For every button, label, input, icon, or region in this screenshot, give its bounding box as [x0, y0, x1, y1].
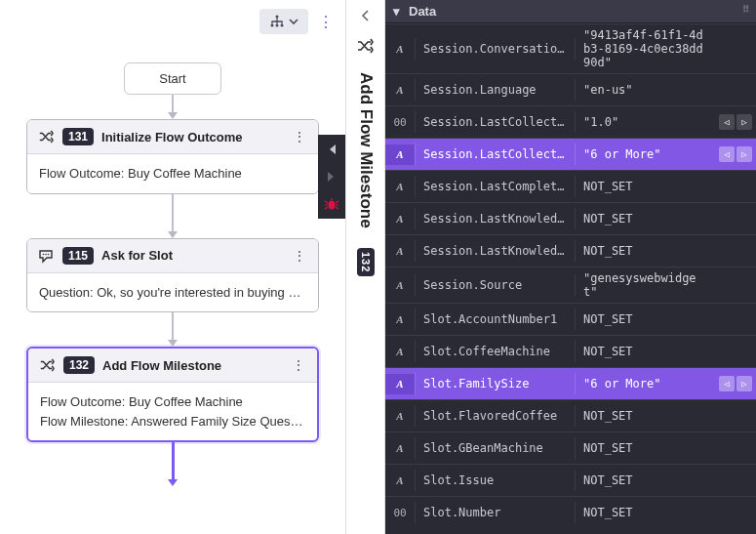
- view-mode-button[interactable]: [259, 9, 308, 34]
- chat-icon: [37, 247, 55, 265]
- type-icon: A: [385, 144, 415, 165]
- type-icon: A: [385, 39, 415, 60]
- type-icon: A: [385, 209, 415, 229]
- block-menu-button[interactable]: ⋮: [290, 357, 307, 373]
- type-icon: A: [385, 374, 415, 394]
- variable-value: NOT_SET: [576, 470, 715, 491]
- type-icon: A: [385, 438, 415, 459]
- grip-icon[interactable]: ⠿: [742, 4, 750, 15]
- variable-key: Slot.GBeanMachine: [415, 437, 576, 459]
- data-row[interactable]: ASession.LastCompletedIn…NOT_SET: [385, 170, 756, 202]
- variable-value: "en-us": [576, 79, 715, 101]
- chevron-down-icon: [289, 17, 298, 26]
- prev-value-button[interactable]: ◁: [719, 114, 735, 130]
- next-value-button[interactable]: ▷: [736, 376, 752, 391]
- block-title: Add Flow Milestone: [102, 358, 282, 373]
- shuffle-icon: [37, 128, 55, 145]
- variable-key: Session.ConversationId: [415, 38, 576, 60]
- variable-value: NOT_SET: [576, 240, 715, 262]
- flow-canvas[interactable]: Start 131Initialize Flow Outcome⋮Flow Ou…: [0, 43, 345, 534]
- block-header: 115Ask for Slot⋮: [27, 239, 318, 273]
- type-icon: 00: [385, 503, 415, 523]
- type-icon: A: [385, 342, 415, 362]
- flow-block[interactable]: 131Initialize Flow Outcome⋮Flow Outcome:…: [26, 119, 319, 194]
- data-row[interactable]: ASession.Language"en-us": [385, 73, 756, 105]
- data-row[interactable]: ASession.LastKnowledgeAn…NOT_SET: [385, 202, 756, 234]
- variable-value: "9413af4f-61f1-4db3-8169-4c0ec38dd90d": [576, 24, 715, 73]
- svg-point-5: [43, 253, 45, 255]
- variable-value: NOT_SET: [576, 308, 715, 330]
- svg-point-7: [48, 253, 50, 255]
- data-row[interactable]: ASlot.AccountNumber1NOT_SET: [385, 303, 756, 335]
- variable-value: NOT_SET: [576, 208, 715, 229]
- debug-toolbar: [318, 135, 345, 219]
- variable-key: Session.Source: [415, 274, 576, 296]
- block-body: Flow Outcome: Buy Coffee MachineFlow Mil…: [28, 383, 317, 440]
- step-back-icon[interactable]: [323, 141, 340, 158]
- block-body: Question: Ok, so you're interested in bu…: [27, 273, 318, 312]
- data-row[interactable]: ASlot.IssueNOT_SET: [385, 464, 756, 496]
- flow-block[interactable]: 132Add Flow Milestone⋮Flow Outcome: Buy …: [26, 347, 319, 442]
- next-value-button[interactable]: ▷: [736, 114, 752, 130]
- variable-key: Session.LastCollectionC…: [415, 111, 576, 133]
- svg-point-3: [281, 24, 284, 27]
- type-icon: A: [385, 471, 415, 491]
- canvas-menu-button[interactable]: ⋮: [314, 8, 338, 35]
- svg-point-6: [45, 253, 47, 255]
- type-icon: A: [385, 80, 415, 101]
- variable-key: Session.LastKnowledgeAn…: [415, 208, 576, 229]
- prev-value-button[interactable]: ◁: [719, 376, 735, 391]
- shuffle-icon: [356, 37, 376, 57]
- next-value-button[interactable]: ▷: [736, 146, 752, 162]
- data-row[interactable]: ASlot.CoffeeMachineNOT_SET: [385, 335, 756, 367]
- step-forward-icon[interactable]: [323, 168, 340, 185]
- block-menu-button[interactable]: ⋮: [291, 248, 308, 264]
- data-row[interactable]: ASlot.GBeanMachineNOT_SET: [385, 431, 756, 464]
- block-header: 131Initialize Flow Outcome⋮: [27, 120, 318, 154]
- prev-value-button[interactable]: ◁: [719, 146, 735, 162]
- selected-block-title: Add Flow Milestone: [356, 72, 376, 228]
- block-line: Question: Ok, so you're interested in bu…: [39, 283, 306, 303]
- block-title: Initialize Flow Outcome: [101, 130, 283, 144]
- variable-key: Slot.Issue: [415, 470, 576, 491]
- svg-point-2: [276, 24, 279, 27]
- block-id-badge: 132: [63, 356, 95, 374]
- flow-block[interactable]: 115Ask for Slot⋮Question: Ok, so you're …: [26, 238, 319, 313]
- start-node[interactable]: Start: [124, 62, 221, 95]
- type-icon: A: [385, 241, 415, 262]
- variable-value: "6 or More": [576, 144, 715, 165]
- caret-down-icon: ▾: [393, 4, 403, 19]
- data-table[interactable]: ASession.ConversationId"9413af4f-61f1-4d…: [385, 23, 756, 534]
- data-row[interactable]: ASlot.FlavoredCoffeeNOT_SET: [385, 399, 756, 431]
- canvas-toolbar: ⋮: [0, 0, 345, 43]
- side-rail: Add Flow Milestone 132: [346, 0, 385, 534]
- variable-value: NOT_SET: [576, 405, 715, 427]
- svg-point-4: [329, 201, 336, 210]
- selected-block-badge: 132: [357, 248, 375, 276]
- variable-key: Slot.FamilySize: [415, 373, 576, 394]
- type-icon: A: [385, 309, 415, 330]
- block-title: Ask for Slot: [101, 248, 283, 263]
- variable-key: Slot.CoffeeMachine: [415, 341, 576, 362]
- collapse-panel-button[interactable]: [356, 6, 376, 25]
- data-row[interactable]: 00Slot.NumberNOT_SET: [385, 496, 756, 528]
- data-row[interactable]: ASession.ConversationId"9413af4f-61f1-4d…: [385, 23, 756, 73]
- variable-key: Session.Language: [415, 79, 576, 101]
- variable-key: Session.LastCollectionU…: [415, 144, 576, 165]
- data-panel: ▾ Data ⠿ ASession.ConversationId"9413af4…: [385, 0, 756, 534]
- variable-key: Session.LastKnowledgeQu…: [415, 240, 576, 262]
- variable-value: "1.0": [576, 111, 715, 133]
- data-panel-header[interactable]: ▾ Data ⠿: [385, 0, 756, 23]
- bug-icon[interactable]: [323, 195, 340, 213]
- data-row[interactable]: ASlot.FamilySize"6 or More"◁▷: [385, 367, 756, 399]
- block-id-badge: 115: [62, 247, 94, 265]
- data-row[interactable]: 00Session.LastCollectionC…"1.0"◁▷: [385, 105, 756, 138]
- data-row[interactable]: ASession.LastKnowledgeQu…NOT_SET: [385, 234, 756, 267]
- start-label: Start: [159, 71, 185, 86]
- block-menu-button[interactable]: ⋮: [291, 129, 308, 144]
- variable-value: NOT_SET: [576, 437, 715, 459]
- variable-key: Slot.FlavoredCoffee: [415, 405, 576, 427]
- data-row[interactable]: ASession.LastCollectionU…"6 or More"◁▷: [385, 138, 756, 170]
- data-row[interactable]: ASession.Source"genesyswebwidget": [385, 267, 756, 303]
- data-panel-title: Data: [409, 4, 436, 19]
